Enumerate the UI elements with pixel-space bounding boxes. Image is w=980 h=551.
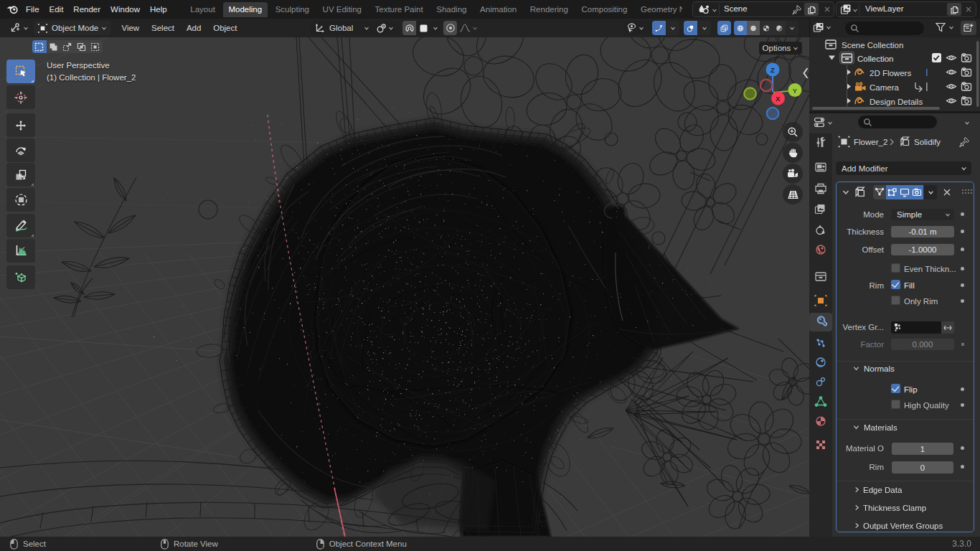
svg-text:Z: Z — [771, 66, 775, 74]
svg-text:Flower_2: Flower_2 — [854, 138, 887, 146]
svg-text:Solidify: Solidify — [914, 138, 941, 146]
svg-text:Camera: Camera — [870, 83, 900, 92]
svg-text:Y: Y — [793, 87, 798, 95]
svg-text:2D Flowers: 2D Flowers — [870, 69, 911, 77]
svg-text:Design Details: Design Details — [870, 98, 923, 106]
svg-text:Scene Collection: Scene Collection — [842, 41, 903, 50]
svg-text:X: X — [776, 95, 781, 103]
svg-text:Collection: Collection — [857, 55, 894, 63]
